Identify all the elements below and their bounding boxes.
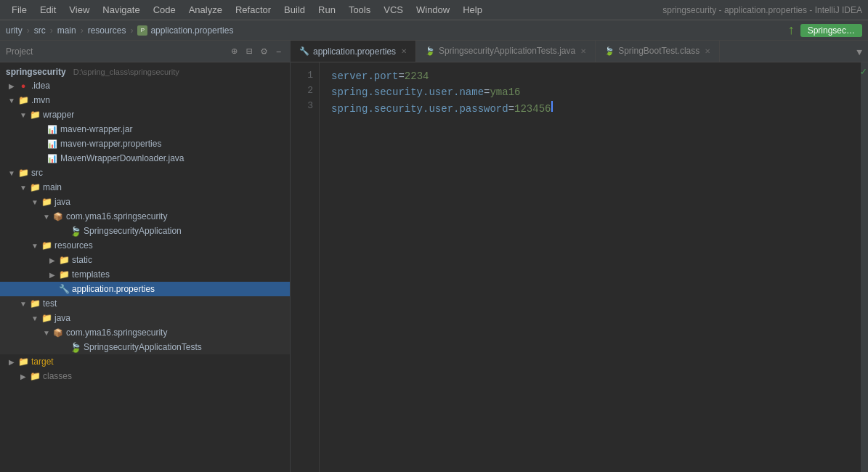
tree-item-com-test[interactable]: ▼ 📦 com.yma16.springsecurity <box>0 325 290 340</box>
tree-item-static[interactable]: ▶ 📁 static <box>0 253 290 267</box>
tree-label-application-props: application.properties <box>72 284 155 294</box>
tree-arrow-classes: ▶ <box>17 373 29 381</box>
line-num-3: 3 <box>291 99 313 114</box>
tree-label-resources: resources <box>54 240 93 251</box>
menu-navigate[interactable]: Navigate <box>97 2 145 17</box>
tree-item-maven-wrapper-jar[interactable]: 📊 maven-wrapper.jar <box>0 122 290 137</box>
tree-label-com-test: com.yma16.springsecurity <box>66 327 167 338</box>
tree-item-main[interactable]: ▼ 📁 main <box>0 180 290 195</box>
tree-item-maven-wrapper-props[interactable]: 📊 maven-wrapper.properties <box>0 137 290 151</box>
breadcrumb-file[interactable]: application.properties <box>150 25 233 36</box>
menu-code[interactable]: Code <box>147 2 182 17</box>
tree-label-spring-tests: SpringsecurityApplicationTests <box>84 342 202 352</box>
menu-vcs[interactable]: VCS <box>378 2 409 17</box>
props-mvn-icon: 📊 <box>46 138 58 150</box>
sidebar: Project ⊕ ⊟ ⚙ – springsecurity D:\spring… <box>0 41 291 472</box>
menu-bar: File Edit View Navigate Code Analyze Ref… <box>0 0 868 20</box>
menu-build[interactable]: Build <box>278 2 311 17</box>
breadcrumb-urity[interactable]: urity <box>6 25 23 36</box>
templates-folder-icon: 📁 <box>58 269 70 280</box>
tab-springboottest-icon: 🍃 <box>604 46 615 56</box>
tree-arrow-static: ▶ <box>46 256 58 264</box>
tab-application-properties[interactable]: 🔧 application.properties ✕ <box>291 41 416 62</box>
breadcrumb-main[interactable]: main <box>57 25 76 36</box>
breadcrumb-resources[interactable]: resources <box>88 25 126 36</box>
tree-item-java-main[interactable]: ▼ 📁 java <box>0 195 290 209</box>
menu-edit[interactable]: Edit <box>34 2 62 17</box>
scrollbar[interactable]: ✓ <box>861 62 868 472</box>
tree-arrow-resources: ▼ <box>29 242 41 250</box>
prop-key-1: server.port <box>331 68 398 84</box>
target-folder-icon: 📁 <box>17 356 29 367</box>
tree-item-mvn-downloader[interactable]: 📊 MavenWrapperDownloader.java <box>0 151 290 166</box>
menu-analyze[interactable]: Analyze <box>183 2 228 17</box>
tab-springboottest-label: SpringBootTest.class <box>618 46 699 56</box>
menu-window[interactable]: Window <box>410 2 455 17</box>
prop-eq-3: = <box>508 101 514 117</box>
tab-springboottest[interactable]: 🍃 SpringBootTest.class ✕ <box>596 41 720 62</box>
tree-item-templates[interactable]: ▶ 📁 templates <box>0 267 290 282</box>
breadcrumb-sep-4: › <box>130 25 133 36</box>
tree-item-com-main[interactable]: ▼ 📦 com.yma16.springsecurity <box>0 209 290 224</box>
tree-arrow-target: ▶ <box>6 358 17 366</box>
tree-item-wrapper[interactable]: ▼ 📁 wrapper <box>0 107 290 122</box>
tree-item-test[interactable]: ▼ 📁 test <box>0 296 290 311</box>
properties-icon: P <box>137 25 147 36</box>
code-line-3: spring.security.user.password=123456 <box>331 101 849 117</box>
menu-refactor[interactable]: Refactor <box>230 2 277 17</box>
tab-springsecurity-tests[interactable]: 🍃 SpringsecurityApplicationTests.java ✕ <box>416 41 596 62</box>
add-module-icon[interactable]: ⊕ <box>229 44 239 59</box>
tree-label-main: main <box>43 182 62 192</box>
tree-label-java-test: java <box>54 313 70 323</box>
tab-props-icon: 🔧 <box>299 46 309 56</box>
tree-item-application-props[interactable]: 🔧 application.properties <box>0 282 290 296</box>
tab-test-icon: 🍃 <box>425 46 435 56</box>
tree-item-classes[interactable]: ▶ 📁 classes <box>0 369 290 383</box>
prop-val-2: yma16 <box>490 84 520 100</box>
tree-item-src[interactable]: ▼ 📁 src <box>0 166 290 180</box>
settings-icon[interactable]: ⚙ <box>259 44 269 59</box>
tree-arrow-java-main: ▼ <box>29 198 41 206</box>
prop-val-3: 123456 <box>514 101 551 117</box>
navigate-back-icon[interactable]: ↑ <box>788 23 795 38</box>
tree-label-mvn-downloader: MavenWrapperDownloader.java <box>60 153 184 163</box>
breadcrumb-active: P application.properties <box>137 25 233 36</box>
minimize-icon[interactable]: – <box>274 44 284 59</box>
tree-arrow-com-test: ▼ <box>41 329 52 337</box>
breadcrumb-src[interactable]: src <box>34 25 46 36</box>
check-mark-icon: ✓ <box>861 65 867 78</box>
app-title: springsecurity - application.properties … <box>662 5 862 15</box>
tree-item-spring-app[interactable]: 🍃 SpringsecurityApplication <box>0 224 290 238</box>
code-line-2: spring.security.user.name=yma16 <box>331 84 849 100</box>
package-test-icon: 📦 <box>52 327 64 338</box>
code-editor[interactable]: 1 2 3 server.port=2234 spring.security.u… <box>291 62 868 472</box>
tab-props-close[interactable]: ✕ <box>401 47 407 55</box>
sync-icon[interactable]: ⊟ <box>244 44 254 59</box>
main-layout: Project ⊕ ⊟ ⚙ – springsecurity D:\spring… <box>0 41 868 472</box>
tree-item-mvn[interactable]: ▼ 📁 .mvn <box>0 93 290 107</box>
menu-file[interactable]: File <box>6 2 33 17</box>
spring-app-icon: 🍃 <box>70 225 81 237</box>
tree-item-target[interactable]: ▶ 📁 target <box>0 354 290 369</box>
project-name: springsecurity <box>6 67 66 77</box>
tab-springboottest-close[interactable]: ✕ <box>705 47 710 55</box>
tree-item-java-test[interactable]: ▼ 📁 java <box>0 311 290 325</box>
jar-file-icon: 📊 <box>46 123 58 135</box>
editor-area: 🔧 application.properties ✕ 🍃 Springsecur… <box>291 41 868 472</box>
menu-tools[interactable]: Tools <box>343 2 376 17</box>
tab-test-close[interactable]: ✕ <box>580 47 586 55</box>
line-num-1: 1 <box>291 68 313 84</box>
tab-overflow-button[interactable]: ▼ <box>851 44 868 62</box>
menu-run[interactable]: Run <box>312 2 341 17</box>
menu-help[interactable]: Help <box>457 2 488 17</box>
tree-item-resources[interactable]: ▼ 📁 resources <box>0 238 290 253</box>
src-folder-icon: 📁 <box>17 167 29 179</box>
menu-view[interactable]: View <box>63 2 95 17</box>
code-content[interactable]: server.port=2234 spring.security.user.na… <box>320 62 861 472</box>
run-configuration[interactable]: Springsec… <box>800 24 862 37</box>
tree-item-spring-tests[interactable]: 🍃 SpringsecurityApplicationTests <box>0 340 290 354</box>
tree-item-idea[interactable]: ▶ ● .idea <box>0 78 290 93</box>
wrapper-folder-icon: 📁 <box>29 109 41 121</box>
tab-test-label: SpringsecurityApplicationTests.java <box>439 46 575 56</box>
toolbar-icons: ⊕ ⊟ ⚙ – <box>229 44 284 59</box>
